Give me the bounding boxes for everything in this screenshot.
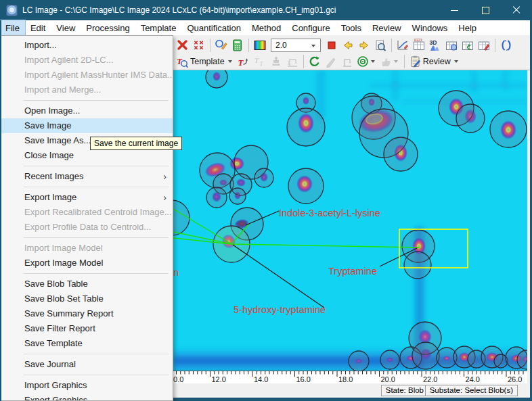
menubar-item-tools[interactable]: Tools [336,20,367,35]
menu-separator [1,351,173,357]
menu-item-save-blob-set-table[interactable]: Save Blob Set Table [1,291,173,306]
chromatogram-canvas[interactable]: Indole-3-acetyl-L-lysineTryptamine5-hydr… [173,70,527,371]
app-icon [6,5,18,16]
menu-separator [1,372,173,378]
compare-button[interactable] [499,38,514,53]
menu-item-import-graphics[interactable]: Import Graphics [1,378,173,393]
blob-circle[interactable] [380,350,399,369]
table-0123-button[interactable]: 0123 [412,38,426,53]
back-icon [341,39,355,52]
menubar-item-quantification[interactable]: Quantification [181,20,246,35]
axis-tick-label: 12.0 [212,375,226,383]
view-3d-button[interactable]: 3D [428,38,443,53]
edit-blob-icon [215,39,228,52]
menu-separator [1,163,173,169]
menu-item-save-template[interactable]: Save Template [1,336,173,351]
blob-circle[interactable] [288,168,324,204]
detect-button[interactable] [356,54,378,69]
approve-button[interactable] [379,54,401,69]
blob-table-icon [445,39,458,52]
menu-item-export-profile-data-to-centroid: Export Profile Data to Centroid... [1,220,173,235]
menubar-item-review[interactable]: Review [367,20,407,35]
stamp-button[interactable] [269,54,284,69]
chromatogram-viewport[interactable]: Indole-3-acetyl-L-lysineTryptamine5-hydr… [173,70,527,371]
crane-button[interactable] [340,54,355,69]
delete-multi-button[interactable] [192,38,206,53]
blob-circle[interactable] [254,168,273,187]
close-icon [512,6,520,14]
svg-text:T: T [238,57,244,68]
menubar-item-method[interactable]: Method [246,20,286,35]
menu-item-export-recalibrated-centroid-image: Export Recalibrated Centroid Image... [1,205,173,220]
menu-item-save-journal[interactable]: Save Journal [1,357,173,372]
menubar-item-file[interactable]: File [0,20,25,35]
review-button[interactable]: Review [408,54,461,69]
menu-item-save-filter-report[interactable]: Save Filter Report [1,321,173,336]
menu-item-save-blob-table[interactable]: Save Blob Table [1,277,173,291]
menu-item-save-summary-report[interactable]: Save Summary Report [1,306,173,321]
chevron-down-icon [394,60,398,63]
menubar-item-windows[interactable]: Windows [407,20,453,35]
menu-item-export-graphics[interactable]: Export Graphics [1,393,173,401]
close-button[interactable] [501,0,532,20]
forward-button[interactable] [357,38,372,53]
blob-circle[interactable] [349,351,369,371]
blob-circle[interactable] [404,252,431,279]
compute-icon [231,39,244,52]
menu-item-import[interactable]: Import... [1,38,173,53]
graffiti-button[interactable] [324,54,338,69]
menu-item-close-image[interactable]: Close Image [1,148,173,163]
graph-button[interactable] [395,38,410,53]
view-3d-icon: 3D [428,39,442,52]
template-apply-button[interactable]: T [236,54,251,69]
menu-item-recent-images[interactable]: Recent Images› [1,169,173,184]
template-copy-button[interactable]: TT [252,54,267,69]
menubar-item-edit[interactable]: Edit [25,20,51,35]
compound-label: n [173,267,179,278]
menubar-item-help[interactable]: Help [453,20,482,35]
menu-item-export-image[interactable]: Export Image› [1,190,173,205]
delete-button[interactable] [175,38,190,53]
stop-button[interactable] [324,38,339,53]
blob-circle[interactable] [206,187,227,208]
menubar-item-processing[interactable]: Processing [81,20,135,35]
edit-blob-button[interactable] [214,38,229,53]
blob-table-button[interactable] [444,38,459,53]
chevron-down-icon [228,60,232,63]
blob-circle[interactable] [206,70,227,88]
template-build-button[interactable]: T [285,54,300,69]
zoom-region-button[interactable] [373,38,388,53]
menu-item-export-image-model[interactable]: Export Image Model [1,256,173,270]
template-button[interactable]: TTemplate [175,54,235,69]
compute-button[interactable] [230,38,245,53]
menubar-item-configure[interactable]: Configure [286,20,335,35]
toolbar-separator [404,55,405,68]
graph-icon [396,39,409,52]
maximize-button[interactable] [470,0,501,20]
blob-circle[interactable] [229,188,246,204]
toolbar-row-2: TTemplateTTTTReview [175,53,462,70]
chevron-down-icon [454,60,458,63]
maximize-icon [482,7,489,14]
axis-tick-label: 22.0 [423,375,437,383]
menubar-item-template[interactable]: Template [135,20,182,35]
colormap-icon [253,39,267,52]
toolbar-separator [210,39,210,52]
table-edit-button[interactable] [476,38,491,53]
blob-circle[interactable] [384,137,418,171]
back-button[interactable] [340,38,355,53]
menu-item-save-image[interactable]: Save Image [1,118,173,133]
menu-item-open-image[interactable]: Open Image... [1,103,173,118]
blob-circle[interactable] [456,104,485,133]
table-revert-button[interactable] [460,38,475,53]
refresh-button[interactable] [307,54,322,69]
blob-circle[interactable] [287,108,325,146]
blob-circle[interactable] [412,342,439,369]
blob-circle[interactable] [490,111,527,147]
state-indicator: State: Blob [381,385,428,396]
menubar-item-view[interactable]: View [51,20,81,35]
colormap-button[interactable] [252,38,267,53]
table-edit-icon [477,39,491,52]
magnification-select[interactable]: 2.0 [271,39,321,52]
minimize-button[interactable] [439,0,470,20]
